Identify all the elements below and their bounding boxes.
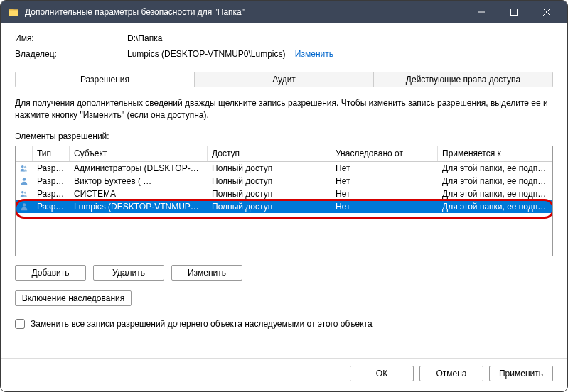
- col-access-header[interactable]: Доступ: [208, 146, 331, 161]
- svg-point-5: [24, 191, 26, 193]
- enable-inheritance-button[interactable]: Включение наследования: [15, 290, 132, 306]
- content-area: Имя: D:\Папка Владелец: Lumpics (DESKTOP…: [1, 23, 567, 358]
- owner-label: Владелец:: [15, 49, 127, 59]
- svg-point-3: [23, 178, 26, 180]
- group-icon: [16, 189, 33, 199]
- cell-access: Полный доступ: [208, 163, 331, 173]
- owner-row: Владелец: Lumpics (DESKTOP-VTNMUP0\Lumpi…: [15, 49, 553, 59]
- tab-permissions[interactable]: Разрешения: [16, 72, 195, 87]
- col-subject-header[interactable]: Субъект: [70, 146, 208, 161]
- user-icon: [16, 176, 33, 186]
- row-buttons: Добавить Удалить Изменить: [15, 265, 553, 281]
- cell-inherited: Нет: [331, 202, 438, 212]
- cell-access: Полный доступ: [208, 189, 331, 199]
- svg-point-2: [24, 165, 26, 168]
- folder-icon: [8, 6, 19, 18]
- cell-access: Полный доступ: [208, 202, 331, 212]
- cell-applies: Для этой папки, ее подпапок …: [438, 163, 552, 173]
- col-type-header[interactable]: Тип: [33, 146, 70, 161]
- cell-inherited: Нет: [331, 163, 438, 173]
- cell-access: Полный доступ: [208, 176, 331, 186]
- permission-entries-label: Элементы разрешений:: [15, 131, 553, 141]
- security-dialog: Дополнительные параметры безопасности дл…: [0, 0, 568, 392]
- user-icon: [16, 202, 33, 212]
- close-button[interactable]: [530, 1, 563, 23]
- svg-point-4: [21, 191, 24, 194]
- svg-point-6: [23, 203, 26, 206]
- remove-button[interactable]: Удалить: [93, 265, 164, 281]
- cell-subject: СИСТЕМА: [70, 189, 208, 199]
- name-label: Имя:: [15, 33, 127, 43]
- cell-subject: Lumpics (DESKTOP-VTNMUP…: [70, 202, 208, 212]
- table-row[interactable]: Разр…Виктор Бухтеев ( …Полный доступНетД…: [16, 175, 552, 187]
- dialog-footer: ОК Отмена Применить: [1, 358, 567, 391]
- cell-type: Разр…: [33, 202, 70, 212]
- group-icon: [16, 163, 33, 173]
- description-text: Для получения дополнительных сведений дв…: [15, 97, 553, 121]
- apply-button[interactable]: Применить: [489, 366, 553, 381]
- add-button[interactable]: Добавить: [15, 265, 86, 281]
- cell-applies: Для этой папки, ее подпапок …: [438, 202, 552, 212]
- cell-applies: Для этой папки, ее подпапок …: [438, 189, 552, 199]
- grid-header: Тип Субъект Доступ Унаследовано от Приме…: [16, 146, 552, 162]
- maximize-button[interactable]: [498, 1, 530, 23]
- table-row[interactable]: Разр…СИСТЕМАПолный доступНетДля этой пап…: [16, 187, 552, 200]
- grid-body: Разр…Администраторы (DESKTOP-…Полный дос…: [16, 162, 552, 213]
- edit-button[interactable]: Изменить: [171, 265, 242, 281]
- name-row: Имя: D:\Папка: [15, 33, 553, 43]
- change-owner-link[interactable]: Изменить: [295, 49, 333, 59]
- titlebar: Дополнительные параметры безопасности дл…: [1, 1, 567, 23]
- tabs: Разрешения Аудит Действующие права досту…: [15, 72, 553, 87]
- replace-children-row: Заменить все записи разрешений дочернего…: [15, 319, 553, 329]
- replace-children-checkbox[interactable]: [15, 319, 25, 329]
- owner-text: Lumpics (DESKTOP-VTNMUP0\Lumpics): [127, 49, 286, 59]
- owner-value: Lumpics (DESKTOP-VTNMUP0\Lumpics) Измени…: [127, 49, 553, 59]
- permissions-grid[interactable]: Тип Субъект Доступ Унаследовано от Приме…: [15, 146, 553, 256]
- name-value: D:\Папка: [127, 33, 553, 43]
- window-title: Дополнительные параметры безопасности дл…: [25, 7, 465, 17]
- minimize-button[interactable]: [465, 1, 498, 23]
- col-inherited-header[interactable]: Унаследовано от: [331, 146, 438, 161]
- cancel-button[interactable]: Отмена: [419, 366, 483, 381]
- cell-type: Разр…: [33, 176, 70, 186]
- tab-effective-access[interactable]: Действующие права доступа: [374, 72, 552, 87]
- cell-subject: Администраторы (DESKTOP-…: [70, 163, 208, 173]
- tab-audit[interactable]: Аудит: [195, 72, 374, 87]
- cell-type: Разр…: [33, 189, 70, 199]
- cell-inherited: Нет: [331, 189, 438, 199]
- cell-subject: Виктор Бухтеев ( …: [70, 176, 208, 186]
- col-icon-header[interactable]: [16, 146, 33, 161]
- replace-children-label: Заменить все записи разрешений дочернего…: [31, 319, 373, 329]
- col-applies-header[interactable]: Применяется к: [438, 146, 552, 161]
- cell-applies: Для этой папки, ее подпапок …: [438, 176, 552, 186]
- cell-inherited: Нет: [331, 176, 438, 186]
- cell-type: Разр…: [33, 163, 70, 173]
- svg-point-1: [21, 165, 24, 168]
- svg-rect-0: [511, 9, 518, 16]
- table-row[interactable]: Разр…Администраторы (DESKTOP-…Полный дос…: [16, 162, 552, 175]
- table-row[interactable]: Разр…Lumpics (DESKTOP-VTNMUP…Полный дост…: [16, 200, 552, 213]
- ok-button[interactable]: ОК: [350, 366, 414, 381]
